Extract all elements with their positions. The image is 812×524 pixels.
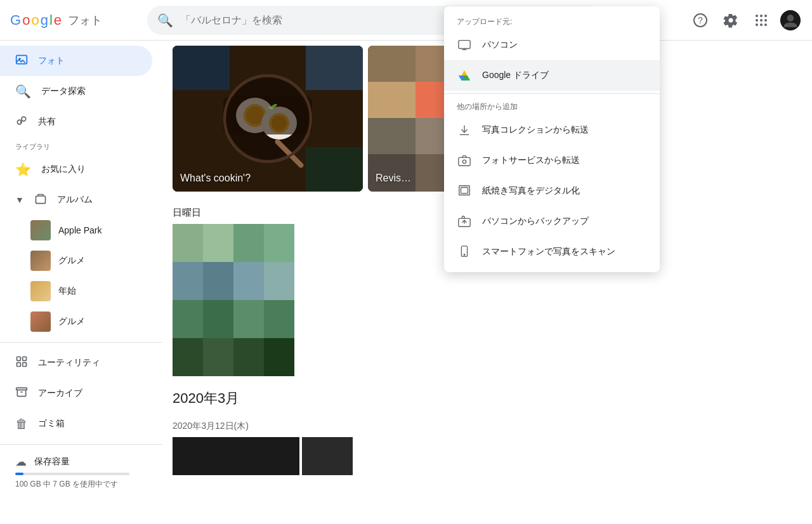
album-item-apple-park[interactable]: Apple Park [0,215,152,246]
svg-point-2 [756,15,758,17]
svg-rect-20 [17,362,21,366]
svg-point-7 [764,19,767,22]
photo-service-icon [457,153,472,168]
album-item-newyear[interactable]: 年始 [0,276,152,306]
svg-point-3 [760,15,763,17]
svg-rect-19 [23,357,27,360]
svg-rect-22 [16,388,27,390]
dropdown-item-print-digitize[interactable]: 紙焼き写真をデジタル化 [444,176,660,206]
dropdown-item-pc[interactable]: パソコン [444,30,660,60]
storage-bar-fill [15,473,23,475]
album-item-gourmet-1[interactable]: グルメ [0,246,152,276]
sidebar-item-favorites[interactable]: ⭐ お気に入り [0,154,152,185]
avatar[interactable] [779,9,802,32]
dropdown-item-photo-service[interactable]: フォトサービスから転送 [444,145,660,176]
dropdown-menu: アップロード元: パソコン Google ドライブ 他の場所から追加 写真コレク… [444,6,660,272]
svg-rect-72 [264,300,294,338]
sidebar-archive-label: アーカイブ [38,388,82,399]
dropdown-upload-label: アップロード元: [444,11,660,30]
photos-icon [15,53,28,69]
sidebar-photos-label: フォト [38,55,65,67]
sidebar: フォト 🔍 データ探索 共有 ライブラリ ⭐ お気に入り ▼ アルバム [0,41,162,524]
favorites-icon: ⭐ [15,162,31,177]
trash-icon: 🗑 [15,417,28,431]
svg-point-12 [787,15,794,22]
album-item-gourmet-2[interactable]: グルメ [0,306,152,337]
dropdown-divider [444,93,660,94]
sharing-icon [15,114,28,130]
archive-icon [15,386,28,402]
svg-rect-69 [173,300,203,338]
sidebar-item-search[interactable]: 🔍 データ探索 [0,76,152,107]
album-thumb-gourmet-2 [30,311,51,332]
library-section-label: ライブラリ [0,137,162,154]
dropdown-photo-collection-label: 写真コレクションから転送 [482,124,589,136]
svg-point-9 [760,23,763,26]
svg-rect-74 [203,338,233,376]
svg-point-79 [462,160,466,164]
album-thumb-gourmet-1 [30,251,51,271]
storage-bar [15,473,129,475]
sidebar-item-trash[interactable]: 🗑 ゴミ箱 [0,409,152,439]
smartphone-scan-icon [457,244,472,259]
svg-rect-71 [233,300,264,338]
cloud-icon: ☁ [15,455,27,469]
svg-rect-46 [368,82,416,118]
print-digitize-icon [457,183,472,199]
march-photo-2[interactable] [302,437,353,475]
dropdown-item-pc-backup[interactable]: パソコンからバックアップ [444,206,660,237]
svg-point-84 [464,254,465,256]
svg-rect-21 [23,362,27,366]
svg-rect-37 [173,46,230,90]
march-photo-1[interactable] [173,437,299,475]
svg-rect-40 [306,147,363,192]
dropdown-item-gdrive[interactable]: Google ドライブ [444,60,660,91]
dropdown-smartphone-scan-label: スマートフォンで写真をスキャン [482,246,615,258]
svg-text:?: ? [698,15,703,25]
dropdown-item-smartphone-scan[interactable]: スマートフォンで写真をスキャン [444,237,660,267]
storage-area[interactable]: ☁ 保存容量 100 GB 中 7 GB を使用中です [0,450,162,495]
sunday-photo-1[interactable] [173,224,294,376]
dropdown-pc-backup-label: パソコンからバックアップ [482,216,589,227]
svg-rect-50 [368,118,416,154]
albums-icon [34,193,47,207]
main-layout: フォト 🔍 データ探索 共有 ライブラリ ⭐ お気に入り ▼ アルバム [0,41,812,524]
storage-info: 100 GB 中 7 GB を使用中です [15,479,147,490]
sidebar-item-photos[interactable]: フォト [0,46,152,76]
google-logo: Google [10,12,62,29]
sidebar-item-sharing[interactable]: 共有 [0,107,152,137]
album-card-whats-cookin-label: What's cookin'? [180,173,251,184]
svg-point-8 [756,23,758,26]
svg-rect-17 [36,196,45,204]
logo-area: Google フォト [10,12,137,29]
sidebar-item-albums-header[interactable]: ▼ アルバム [0,185,152,215]
pc-icon [457,37,472,53]
svg-rect-68 [264,262,294,300]
svg-rect-75 [233,338,264,376]
svg-point-6 [760,19,763,22]
svg-rect-73 [173,338,203,376]
album-thumb-newyear [30,281,51,301]
dropdown-item-photo-collection[interactable]: 写真コレクションから転送 [444,115,660,145]
march-12-header: 2020年3月12日(木) [173,410,802,437]
gdrive-icon [457,68,472,83]
sidebar-item-archive[interactable]: アーカイブ [0,378,152,409]
search-icon-sidebar: 🔍 [15,84,31,99]
svg-rect-78 [459,157,470,166]
header-icons: ? [688,8,802,33]
svg-rect-32 [223,96,312,134]
album-name-gourmet-1: グルメ [58,255,85,266]
help-button[interactable]: ? [688,8,713,33]
divider-1 [0,342,162,343]
album-card-whats-cookin[interactable]: What's cookin'? [173,46,363,192]
svg-point-10 [764,23,767,26]
settings-button[interactable] [718,8,743,33]
sidebar-search-label: データ探索 [41,86,86,97]
sidebar-item-utilities[interactable]: ユーティリティ [0,348,152,378]
dropdown-photo-service-label: フォトサービスから転送 [482,155,580,166]
svg-rect-61 [173,224,203,262]
apps-button[interactable] [749,8,774,33]
header: Google フォト 🔍 ? [0,0,812,41]
album-thumb-apple-park [30,220,51,240]
sidebar-favorites-label: お気に入り [41,164,86,175]
